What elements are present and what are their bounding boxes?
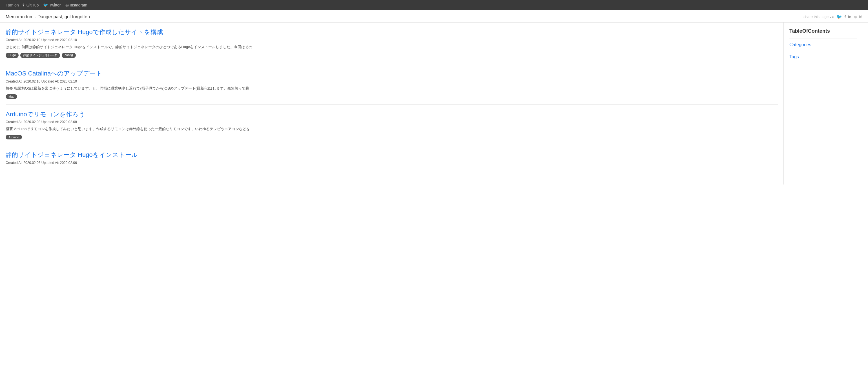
sidebar-divider-3 — [789, 63, 857, 63]
post-item: Arduinoでリモコンを作ろう Created At: 2020.02.08 … — [6, 111, 778, 145]
share-linkedin-icon[interactable]: in — [848, 14, 851, 19]
twitter-icon: 🐦 — [43, 3, 48, 7]
sidebar-link-categories[interactable]: Categories — [789, 42, 857, 47]
nav-prefix: I am on — [6, 3, 19, 7]
sidebar-link-tags[interactable]: Tags — [789, 54, 857, 59]
sidebar: TableOfContents Categories Tags — [783, 23, 862, 185]
post-tags-0: Hugo 静的サイトジェネレータ config — [6, 53, 778, 58]
main-layout: 静的サイトジェネレータ Hugoで作成したサイトを構成 Created At: … — [0, 23, 868, 185]
header-nav: I am on ⚘ GitHub 🐦 Twitter ◎ Instagram — [0, 0, 868, 10]
nav-label-twitter: Twitter — [49, 3, 61, 7]
share-hatena-icon[interactable]: b! — [859, 15, 862, 19]
post-item: MacOS Catalinaへのアップデート Created At: 2020.… — [6, 70, 778, 104]
post-summary-0: はじめに 前回は静的サイトジェネレータ Hugoをインストールで、静的サイトジェ… — [6, 44, 778, 50]
post-title-2[interactable]: Arduinoでリモコンを作ろう — [6, 111, 778, 119]
site-title-bar: Memorandum - Danger past, got forgotten … — [0, 10, 868, 23]
post-meta-0: Created At: 2020.02.10 Updated At: 2020.… — [6, 38, 778, 42]
site-title: Memorandum - Danger past, got forgotten — [6, 14, 90, 20]
post-title-0[interactable]: 静的サイトジェネレータ Hugoで作成したサイトを構成 — [6, 28, 778, 36]
tag-config[interactable]: config — [62, 53, 75, 58]
share-bar: share this page via 🐦 f in ⊕ b! — [803, 14, 862, 20]
post-summary-1: 概要 職業柄OSは最新を常に使うようにしています。と、同様に職業柄少し遅れて(様… — [6, 86, 778, 92]
content-area: 静的サイトジェネレータ Hugoで作成したサイトを構成 Created At: … — [0, 23, 783, 185]
share-google-icon[interactable]: ⊕ — [854, 14, 857, 19]
post-title-1[interactable]: MacOS Catalinaへのアップデート — [6, 70, 778, 78]
post-item: 静的サイトジェネレータ Hugoで作成したサイトを構成 Created At: … — [6, 28, 778, 64]
share-twitter-icon[interactable]: 🐦 — [836, 14, 842, 20]
tag-mac[interactable]: Mac — [6, 94, 17, 99]
sidebar-heading: TableOfContents — [789, 28, 857, 34]
nav-link-instagram[interactable]: ◎ Instagram — [65, 3, 87, 7]
github-icon: ⚘ — [22, 3, 25, 7]
share-label: share this page via — [803, 14, 834, 19]
tag-ssg[interactable]: 静的サイトジェネレータ — [20, 53, 60, 58]
nav-label-github: GitHub — [27, 3, 39, 7]
sidebar-divider-2 — [789, 51, 857, 51]
nav-label-instagram: Instagram — [70, 3, 87, 7]
post-item: 静的サイトジェネレータ Hugoをインストール Created At: 2020… — [6, 151, 778, 173]
post-summary-2: 概要 Arduinoでリモコンを作成してみたいと思います。作成するリモコンは赤外… — [6, 126, 778, 132]
post-tags-1: Mac — [6, 94, 778, 99]
nav-link-twitter[interactable]: 🐦 Twitter — [43, 3, 61, 7]
nav-link-github[interactable]: ⚘ GitHub — [22, 3, 39, 7]
tag-hugo[interactable]: Hugo — [6, 53, 19, 58]
post-meta-2: Created At: 2020.02.08 Updated At: 2020.… — [6, 120, 778, 124]
post-meta-3: Created At: 2020.02.06 Updated At: 2020.… — [6, 161, 778, 165]
instagram-icon: ◎ — [65, 3, 69, 7]
tag-arduino[interactable]: Arduino — [6, 135, 22, 139]
post-meta-1: Created At: 2020.02.10 Updated At: 2020.… — [6, 80, 778, 83]
post-title-3[interactable]: 静的サイトジェネレータ Hugoをインストール — [6, 151, 778, 159]
post-tags-2: Arduino — [6, 135, 778, 139]
share-facebook-icon[interactable]: f — [844, 14, 846, 19]
